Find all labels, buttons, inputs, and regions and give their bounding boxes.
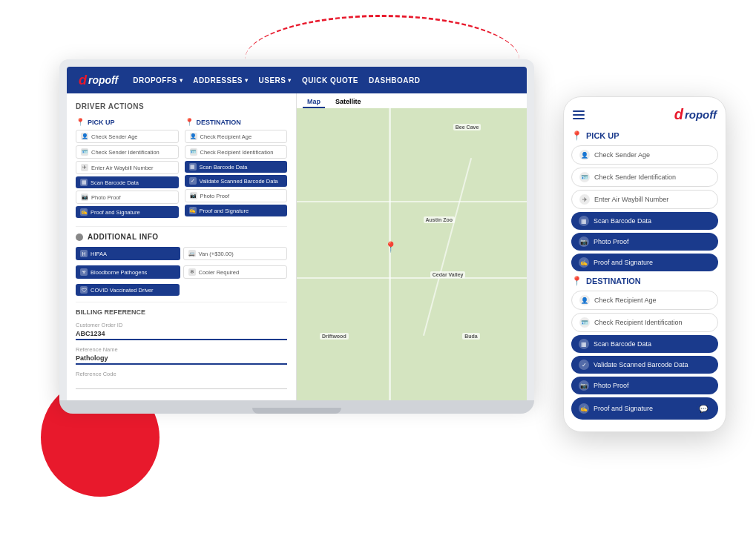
reference-name-label: Reference Name (76, 346, 287, 353)
cooler-btn[interactable]: ❄ Cooler Required (183, 265, 288, 279)
logo-d: d (79, 73, 87, 88)
phone-scan-barcode[interactable]: ▦ Scan Barcode Data (571, 212, 718, 230)
nav-items: DROPOFFS ▾ ADDRESSES ▾ USERS ▾ QUICK QUO… (133, 76, 420, 85)
mobile-phone: d ropoff 📍 PICK UP 👤 Check Sender Age 🪪 … (563, 96, 726, 432)
map-tab-map[interactable]: Map (303, 96, 325, 108)
id-icon: 🪪 (579, 317, 590, 328)
phone-bezel: d ropoff 📍 PICK UP 👤 Check Sender Age 🪪 … (563, 96, 726, 432)
phone-photo-proof[interactable]: 📷 Photo Proof (571, 233, 718, 251)
dest-validate-barcode[interactable]: ✓ Validate Scanned Barcode Data (185, 175, 288, 187)
hamburger-menu[interactable] (573, 110, 585, 119)
covid-btn[interactable]: 🛡 COVID Vaccinated Driver (76, 284, 180, 296)
phone-check-recipient-id[interactable]: 🪪 Check Recipient Identification (571, 313, 718, 332)
map-label-buda: Buda (462, 333, 480, 340)
cooler-icon: ❄ (188, 268, 196, 276)
camera-icon: 📷 (579, 380, 589, 391)
map-tab-satellite[interactable]: Satellite (331, 96, 366, 108)
van-icon: 🚐 (188, 250, 196, 257)
form-panel: DRIVER ACTIONS 📍 PICK UP 👤 Check Sender … (67, 93, 297, 400)
map-label-cedar-valley: Cedar Valley (430, 271, 466, 278)
plane-icon: ✈ (579, 194, 590, 205)
validate-icon: ✓ (579, 360, 589, 370)
dest-photo-proof[interactable]: 📷 Photo Proof (185, 189, 288, 202)
chat-icon: 💬 (696, 401, 711, 416)
pickup-label-text: PICK UP (88, 119, 115, 126)
section-icon (76, 234, 83, 241)
map-tab-bar: Map Satellite (297, 93, 527, 108)
destination-label-text: DESTINATION (197, 119, 241, 126)
hipaa-btn[interactable]: H HIPAA (76, 247, 180, 260)
phone-top-bar: d ropoff (571, 106, 718, 123)
dest-check-recipient-id[interactable]: 🪪 Check Recipient Identification (185, 145, 288, 159)
phone-destination-label: DESTINATION (586, 277, 641, 285)
hamburger-line-1 (573, 110, 585, 112)
pickup-air-waybill[interactable]: ✈ Enter Air Waybill Number (76, 161, 179, 174)
billing-title: BILLING REFERENCE (76, 308, 287, 316)
additional-info-grid: H HIPAA 🚐 Van (+$30.00) ☣ Bloodborne Pat… (76, 247, 287, 281)
laptop-screen: d ropoff DROPOFFS ▾ ADDRESSES ▾ USERS ▾ … (67, 67, 527, 400)
pickup-scan-barcode[interactable]: ▦ Scan Barcode Data (76, 176, 179, 188)
nav-quick-quote[interactable]: QUICK QUOTE (302, 76, 358, 85)
phone-dest-proof-signature[interactable]: ✍ Proof and Signature 💬 (571, 397, 718, 420)
destination-column: 📍 DESTINATION 👤 Check Recipient Age 🪪 Ch… (185, 118, 288, 220)
id-icon: 🪪 (81, 148, 88, 156)
map-label-driftwood: Driftwood (320, 333, 349, 340)
pickup-check-sender-id[interactable]: 🪪 Check Sender Identification (76, 145, 179, 159)
phone-check-sender-age[interactable]: 👤 Check Sender Age (571, 145, 718, 165)
biohazard-icon: ☣ (80, 268, 88, 276)
pickup-column: 📍 PICK UP 👤 Check Sender Age 🪪 Check Sen… (76, 118, 179, 220)
customer-order-value[interactable]: ABC1234 (76, 330, 287, 340)
hipaa-icon: H (80, 250, 88, 257)
hamburger-line-2 (573, 114, 585, 116)
signature-icon: ✍ (80, 208, 88, 216)
dest-check-recipient-age[interactable]: 👤 Check Recipient Age (185, 130, 288, 143)
barcode-icon: ▦ (189, 163, 197, 171)
van-btn[interactable]: 🚐 Van (+$30.00) (183, 247, 288, 260)
driver-actions-header: DRIVER ACTIONS (76, 102, 287, 110)
barcode-icon: ▦ (80, 179, 88, 186)
nav-logo: d ropoff (79, 73, 118, 88)
phone-dest-photo-proof[interactable]: 📷 Photo Proof (571, 377, 718, 394)
person-icon: 👤 (190, 133, 197, 140)
plane-icon: ✈ (81, 164, 88, 171)
map-road-4 (297, 277, 527, 279)
reference-code-value[interactable] (76, 379, 287, 389)
barcode-icon: ▦ (579, 339, 589, 349)
reference-name-value[interactable]: Pathology (76, 354, 287, 365)
phone-proof-signature[interactable]: ✍ Proof and Signature (571, 254, 718, 271)
validate-icon: ✓ (189, 177, 197, 185)
pickup-proof-signature[interactable]: ✍ Proof and Signature (76, 206, 179, 218)
bloodborne-btn[interactable]: ☣ Bloodborne Pathogens (76, 265, 180, 279)
camera-icon: 📷 (579, 236, 589, 247)
map-road-2 (297, 201, 527, 202)
nav-dashboard[interactable]: DASHBOARD (369, 76, 421, 85)
reference-code-label: Reference Code (76, 371, 287, 377)
nav-users[interactable]: USERS ▾ (259, 76, 292, 85)
camera-icon: 📷 (81, 193, 88, 201)
phone-check-sender-id[interactable]: 🪪 Check Sender Identification (571, 168, 718, 187)
covid-icon: 🛡 (80, 286, 88, 294)
signature-icon: ✍ (579, 403, 589, 414)
pickup-label: 📍 PICK UP (76, 118, 179, 126)
phone-check-recipient-age[interactable]: 👤 Check Recipient Age (571, 291, 718, 310)
signature-icon: ✍ (579, 257, 589, 268)
destination-pin-icon: 📍 (185, 118, 194, 126)
pickup-check-sender-age[interactable]: 👤 Check Sender Age (76, 130, 179, 143)
phone-dest-validate-barcode[interactable]: ✓ Validate Scanned Barcode Data (571, 356, 718, 374)
phone-air-waybill[interactable]: ✈ Enter Air Waybill Number (571, 190, 718, 209)
laptop-device: d ropoff DROPOFFS ▾ ADDRESSES ▾ USERS ▾ … (59, 59, 534, 414)
dest-scan-barcode[interactable]: ▦ Scan Barcode Data (185, 161, 288, 173)
phone-dest-scan-barcode[interactable]: ▦ Scan Barcode Data (571, 335, 718, 353)
nav-dropoffs[interactable]: DROPOFFS ▾ (133, 76, 183, 85)
phone-logo-d: d (674, 106, 683, 123)
map-pin: 📍 (384, 241, 397, 253)
pickup-photo-proof[interactable]: 📷 Photo Proof (76, 191, 179, 204)
nav-addresses[interactable]: ADDRESSES ▾ (193, 76, 248, 85)
camera-icon: 📷 (190, 192, 197, 199)
phone-logo: d ropoff (674, 106, 717, 123)
id-icon: 🪪 (579, 172, 590, 182)
dest-proof-signature[interactable]: ✍ Proof and Signature (185, 205, 288, 216)
id-icon: 🪪 (190, 148, 197, 156)
phone-pickup-label: PICK UP (586, 131, 619, 140)
phone-pickup-title: 📍 PICK UP (571, 130, 718, 141)
